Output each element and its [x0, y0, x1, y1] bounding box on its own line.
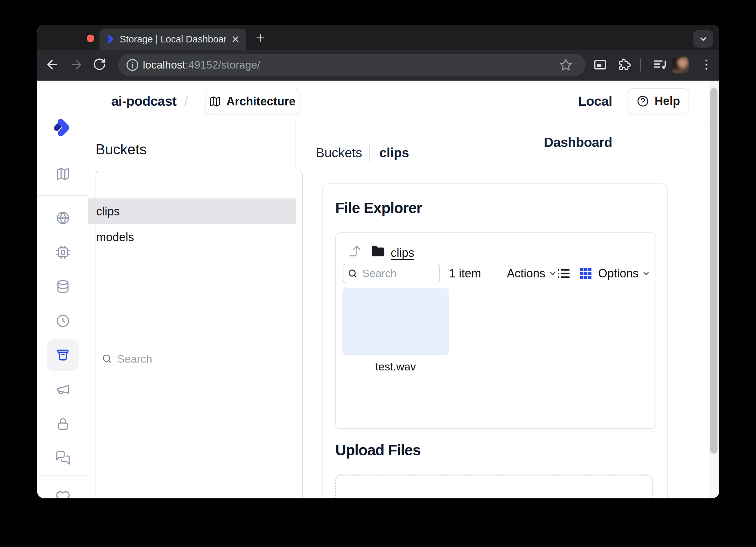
nav-databases-icon[interactable] — [37, 271, 88, 302]
file-name: test.wav — [342, 360, 449, 373]
forward-button[interactable] — [69, 57, 83, 73]
reload-button[interactable] — [93, 57, 106, 72]
bucket-item-label: clips — [96, 205, 120, 218]
chevron-down-icon — [642, 269, 650, 278]
side-panel-icon[interactable] — [593, 57, 607, 73]
nav-architecture-map-icon[interactable] — [37, 158, 88, 190]
help-button[interactable]: Help — [628, 88, 688, 114]
chevron-down-icon — [549, 269, 557, 278]
upload-dropzone[interactable] — [335, 475, 653, 498]
breadcrumb-buckets[interactable]: Buckets — [316, 141, 362, 164]
current-folder-link[interactable]: clips — [391, 246, 414, 260]
help-circle-icon — [636, 95, 649, 108]
file-search — [343, 264, 440, 283]
map-icon — [209, 95, 221, 108]
architecture-button[interactable]: Architecture — [205, 89, 299, 114]
file-tile[interactable] — [342, 288, 449, 356]
nav-topics-megaphone-icon[interactable] — [37, 374, 88, 405]
breadcrumb-divider — [369, 144, 370, 161]
environment-label: Local Dashboard — [530, 81, 612, 122]
tab-search-chevron-button[interactable] — [693, 30, 713, 48]
browser-menu-dots-icon[interactable] — [699, 57, 714, 73]
url-text: localhost:49152/storage/ — [143, 54, 260, 76]
extensions-puzzle-icon[interactable] — [617, 57, 631, 72]
tab-close-icon[interactable] — [231, 34, 240, 44]
bookmark-star-icon[interactable] — [559, 58, 572, 73]
search-icon — [101, 353, 113, 364]
app-header: ai-podcast / Architecture Local Dashboar… — [88, 81, 719, 122]
site-info-icon[interactable] — [125, 58, 140, 72]
file-explorer-title: File Explorer — [335, 199, 422, 217]
actions-dropdown[interactable]: Actions — [507, 264, 557, 283]
avatar-image — [672, 56, 689, 73]
toolbar-divider — [640, 58, 641, 71]
buckets-panel: Buckets clips models — [88, 122, 296, 498]
options-dropdown[interactable]: Options — [598, 264, 650, 283]
browser-tab[interactable]: Storage | Local Dashboard | N — [99, 29, 246, 50]
page-scrollbar[interactable] — [709, 81, 719, 498]
traffic-close-button[interactable] — [87, 35, 94, 42]
nav-schedules-clock-icon[interactable] — [37, 305, 88, 337]
actions-label: Actions — [507, 266, 545, 281]
nav-feedback-heart-icon[interactable] — [37, 482, 88, 498]
list-view-icon[interactable] — [556, 266, 571, 281]
rail-divider — [37, 475, 88, 476]
media-controls-icon[interactable] — [653, 57, 667, 73]
tab-favicon-logo — [105, 34, 115, 44]
nitric-logo — [37, 112, 88, 143]
url-bar[interactable]: localhost:49152/storage/ — [118, 54, 585, 76]
new-tab-button[interactable] — [254, 32, 266, 45]
browser-window: Storage | Local Dashboard | N localhost:… — [37, 25, 719, 498]
rail-divider — [37, 195, 88, 196]
help-button-label: Help — [655, 94, 680, 108]
breadcrumb-current: clips — [379, 141, 409, 164]
grid-view-icon[interactable] — [579, 266, 593, 281]
header-separator: / — [184, 81, 188, 122]
bucket-item-label: models — [96, 230, 134, 244]
nav-services-cpu-icon[interactable] — [37, 236, 88, 268]
profile-avatar[interactable] — [672, 56, 689, 73]
folder-icon — [370, 244, 386, 260]
buckets-panel-title: Buckets — [96, 141, 147, 158]
bucket-list-item-models[interactable]: models — [88, 224, 296, 250]
options-label: Options — [598, 266, 639, 281]
item-count: 1 item — [449, 264, 481, 283]
file-browser: clips 1 item Actions — [335, 232, 656, 429]
nav-apis-globe-icon[interactable] — [37, 202, 88, 234]
architecture-button-label: Architecture — [226, 95, 295, 108]
browser-tab-strip: Storage | Local Dashboard | N — [37, 25, 719, 50]
search-icon — [347, 268, 358, 279]
file-explorer-card: File Explorer clips 1 item Action — [322, 183, 668, 498]
tab-title: Storage | Local Dashboard | N — [120, 34, 226, 45]
back-button[interactable] — [45, 57, 59, 73]
bucket-list-item-clips[interactable]: clips — [88, 198, 296, 224]
nav-secrets-lock-icon[interactable] — [37, 408, 88, 439]
project-name: ai-podcast — [111, 81, 176, 122]
nav-websockets-chat-icon[interactable] — [37, 442, 88, 474]
dashboard-page: ai-podcast / Architecture Local Dashboar… — [37, 81, 719, 498]
nav-storage-bucket-icon[interactable] — [37, 340, 88, 371]
scrollbar-thumb[interactable] — [710, 88, 718, 454]
upload-files-title: Upload Files — [335, 441, 420, 459]
folder-up-icon[interactable] — [348, 244, 362, 259]
nav-rail — [37, 81, 88, 498]
